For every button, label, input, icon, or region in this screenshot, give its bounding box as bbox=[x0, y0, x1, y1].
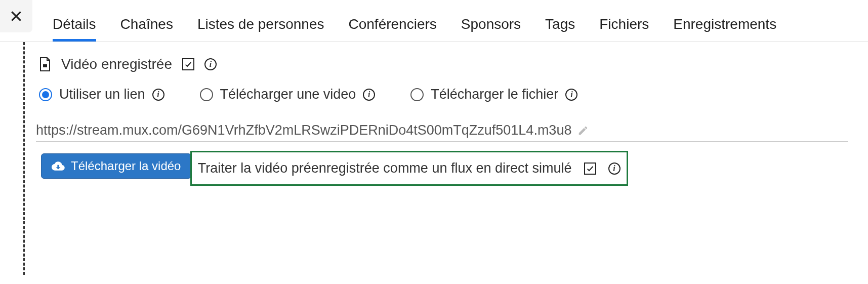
radio-icon bbox=[39, 88, 52, 101]
tab-speakers[interactable]: Conférenciers bbox=[349, 16, 437, 42]
recorded-video-header: Vidéo enregistrée i bbox=[39, 56, 868, 72]
download-video-label: Télécharger la vidéo bbox=[71, 159, 181, 173]
recorded-video-checkbox[interactable] bbox=[182, 58, 194, 70]
tab-tags[interactable]: Tags bbox=[545, 16, 575, 42]
radio-upload-file-label: Télécharger le fichier bbox=[431, 87, 558, 102]
radio-icon bbox=[200, 88, 213, 101]
simulated-live-label: Traiter la vidéo préenregistrée comme un… bbox=[198, 160, 572, 176]
video-file-icon bbox=[39, 57, 51, 71]
radio-use-link-label: Utiliser un lien bbox=[59, 87, 145, 102]
download-video-button[interactable]: Télécharger la vidéo bbox=[41, 153, 191, 179]
info-icon[interactable]: i bbox=[608, 163, 621, 175]
info-icon[interactable]: i bbox=[565, 89, 577, 101]
tab-channels[interactable]: Chaînes bbox=[120, 16, 173, 42]
tab-details[interactable]: Détails bbox=[53, 16, 96, 42]
tab-recordings[interactable]: Enregistrements bbox=[673, 16, 776, 42]
edit-icon[interactable] bbox=[577, 125, 589, 136]
recorded-video-label: Vidéo enregistrée bbox=[61, 56, 172, 72]
radio-upload-video[interactable]: Télécharger une video i bbox=[200, 87, 376, 102]
info-icon[interactable]: i bbox=[363, 89, 375, 101]
tab-files[interactable]: Fichiers bbox=[599, 16, 649, 42]
cloud-download-icon bbox=[52, 159, 65, 173]
video-url-field[interactable]: https://stream.mux.com/G69N1VrhZfbV2mLRS… bbox=[36, 123, 848, 142]
simulated-live-checkbox[interactable] bbox=[584, 163, 596, 175]
info-icon[interactable]: i bbox=[204, 58, 217, 70]
tab-bar: Détails Chaînes Listes de personnes Conf… bbox=[32, 0, 776, 42]
close-icon bbox=[10, 10, 23, 23]
svg-rect-2 bbox=[43, 64, 47, 67]
simulated-live-option: Traiter la vidéo préenregistrée comme un… bbox=[190, 151, 628, 186]
radio-use-link[interactable]: Utiliser un lien i bbox=[39, 87, 164, 102]
info-icon[interactable]: i bbox=[152, 89, 164, 101]
radio-icon bbox=[410, 88, 424, 101]
video-source-radios: Utiliser un lien i Télécharger une video… bbox=[39, 87, 868, 102]
radio-upload-file[interactable]: Télécharger le fichier i bbox=[410, 87, 577, 102]
tab-sponsors[interactable]: Sponsors bbox=[461, 16, 521, 42]
video-url-value: https://stream.mux.com/G69N1VrhZfbV2mLRS… bbox=[36, 123, 571, 138]
tab-people-lists[interactable]: Listes de personnes bbox=[197, 16, 324, 42]
close-button[interactable] bbox=[0, 0, 32, 32]
radio-upload-video-label: Télécharger une video bbox=[220, 87, 356, 102]
